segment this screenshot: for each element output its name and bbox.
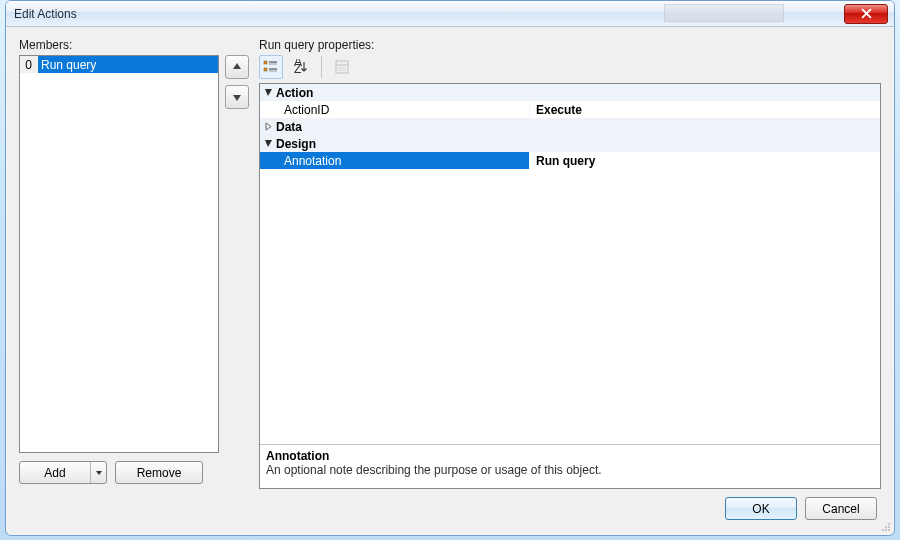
list-item-label: Run query [38,58,96,72]
remove-button-label: Remove [137,466,182,480]
members-pane: Members: 0 Run query [19,38,249,489]
properties-label: Run query properties: [259,38,881,52]
close-button[interactable] [844,4,888,24]
chevron-down-icon [95,469,103,477]
property-row[interactable]: ActionID Execute [260,101,880,118]
toolbar-separator [321,56,322,78]
cancel-button[interactable]: Cancel [805,497,877,520]
svg-point-13 [885,529,887,531]
svg-point-16 [885,526,887,528]
edit-actions-dialog: Edit Actions Members: 0 Run query [5,0,895,536]
property-value[interactable]: Execute [530,101,880,118]
property-name: Annotation [260,152,530,169]
property-description-name: Annotation [266,449,874,463]
expand-icon[interactable] [260,122,276,131]
property-pages-icon [334,59,350,75]
move-up-button[interactable] [225,55,249,79]
collapse-icon[interactable] [260,88,276,97]
dialog-footer: OK Cancel [11,489,889,530]
add-button-label: Add [20,466,90,480]
move-down-button[interactable] [225,85,249,109]
svg-point-15 [888,526,890,528]
propertygrid-toolbar: A Z [259,55,881,79]
window-title: Edit Actions [14,7,77,21]
arrow-up-icon [232,62,242,72]
property-category-label: Data [276,120,302,134]
add-button[interactable]: Add [19,461,107,484]
property-grid[interactable]: Action ActionID Execute Data [259,83,881,489]
resize-grip[interactable] [879,520,891,532]
property-category-label: Action [276,86,313,100]
members-list[interactable]: 0 Run query [19,55,219,453]
ok-button[interactable]: OK [725,497,797,520]
property-pages-button[interactable] [330,55,354,79]
svg-point-14 [882,529,884,531]
background-app-hint [664,4,784,22]
ok-button-label: OK [752,502,769,516]
arrow-down-icon [232,92,242,102]
collapse-icon[interactable] [260,139,276,148]
property-category-label: Design [276,137,316,151]
svg-rect-1 [264,68,267,71]
titlebar[interactable]: Edit Actions [6,1,894,27]
svg-rect-8 [336,61,348,73]
property-category[interactable]: Design [260,135,880,152]
svg-point-12 [888,529,890,531]
list-item-index: 0 [20,56,38,73]
property-category[interactable]: Action [260,84,880,101]
property-description-text: An optional note describing the purpose … [266,463,874,477]
property-description-pane: Annotation An optional note describing t… [260,444,880,488]
remove-button[interactable]: Remove [115,461,203,484]
svg-text:Z: Z [294,62,301,75]
alphabetical-view-button[interactable]: A Z [289,55,313,79]
client-area: Members: 0 Run query [11,32,889,530]
properties-pane: Run query properties: [259,38,881,489]
categorized-icon [263,59,279,75]
members-label: Members: [19,38,249,52]
svg-point-17 [888,523,890,525]
property-name: ActionID [260,101,530,118]
property-row[interactable]: Annotation Run query [260,152,880,169]
close-icon [861,8,872,19]
categorized-view-button[interactable] [259,55,283,79]
property-value[interactable]: Run query [530,152,880,169]
alphabetical-icon: A Z [293,59,309,75]
list-item[interactable]: 0 Run query [20,56,218,73]
property-category[interactable]: Data [260,118,880,135]
svg-rect-0 [264,61,267,64]
add-button-dropdown[interactable] [90,462,106,483]
cancel-button-label: Cancel [822,502,859,516]
resize-grip-icon [879,520,891,532]
